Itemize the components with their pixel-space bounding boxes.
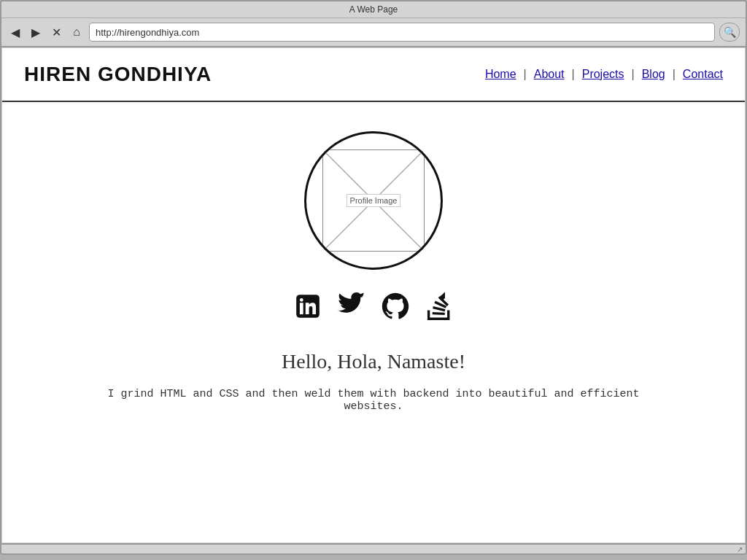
- back-button[interactable]: ◀: [7, 24, 23, 40]
- browser-bottom: ↗: [1, 543, 746, 553]
- twitter-icon[interactable]: [337, 292, 366, 321]
- social-icons: [293, 292, 454, 321]
- linkedin-icon[interactable]: [293, 292, 322, 321]
- browser-window: A Web Page ◀ ▶ ✕ ⌂ 🔍 HIREN GONDHIYA Home…: [0, 0, 747, 555]
- tagline-text: I grind HTML and CSS and then weld them …: [82, 388, 665, 413]
- stop-button[interactable]: ✕: [48, 24, 64, 40]
- nav-home[interactable]: Home: [485, 68, 516, 81]
- site-header: HIREN GONDHIYA Home | About | Projects |…: [2, 48, 745, 102]
- stackoverflow-icon[interactable]: [425, 292, 454, 321]
- site-nav: Home | About | Projects | Blog | Contact: [485, 68, 723, 81]
- nav-separator-3: |: [632, 68, 635, 81]
- nav-separator-1: |: [524, 68, 527, 81]
- profile-image-label: Profile Image: [347, 194, 401, 207]
- nav-blog[interactable]: Blog: [642, 68, 665, 81]
- browser-titlebar: A Web Page: [1, 1, 746, 18]
- nav-separator-2: |: [572, 68, 575, 81]
- forward-button[interactable]: ▶: [28, 24, 44, 40]
- browser-toolbar: ◀ ▶ ✕ ⌂ 🔍: [1, 18, 746, 47]
- site-logo: HIREN GONDHIYA: [24, 63, 212, 86]
- website-content: HIREN GONDHIYA Home | About | Projects |…: [1, 47, 746, 543]
- home-button[interactable]: ⌂: [69, 24, 85, 40]
- nav-contact[interactable]: Contact: [683, 68, 723, 81]
- nav-projects[interactable]: Projects: [582, 68, 624, 81]
- github-icon[interactable]: [381, 292, 410, 321]
- address-bar[interactable]: [89, 23, 715, 42]
- browser-title: A Web Page: [349, 4, 398, 15]
- svg-rect-3: [300, 303, 303, 314]
- nav-separator-4: |: [673, 68, 676, 81]
- profile-circle: Profile Image: [304, 131, 443, 270]
- search-button[interactable]: 🔍: [719, 23, 740, 42]
- greeting-text: Hello, Hola, Namaste!: [282, 350, 465, 373]
- svg-point-4: [300, 298, 303, 302]
- profile-image-placeholder: Profile Image: [322, 149, 425, 252]
- profile-image-container: Profile Image: [304, 131, 443, 270]
- resize-handle[interactable]: ↗: [737, 545, 743, 553]
- site-main: Profile Image: [2, 102, 745, 442]
- nav-about[interactable]: About: [534, 68, 565, 81]
